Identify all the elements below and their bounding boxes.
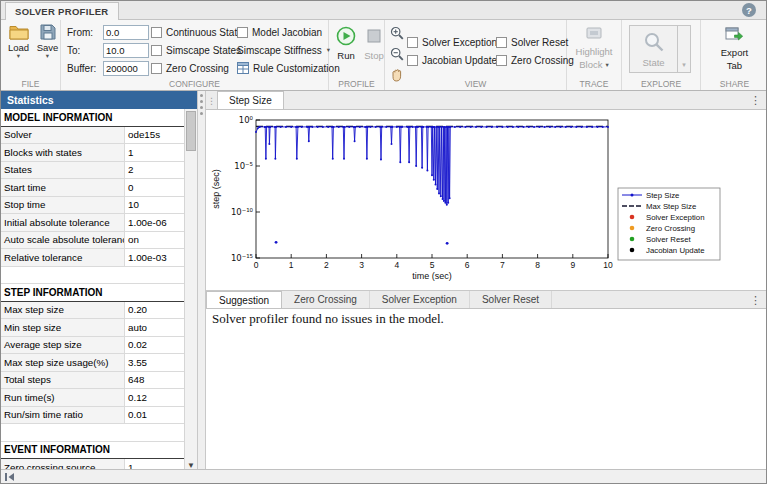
step-marker bbox=[269, 126, 271, 128]
save-button[interactable]: Save ▾ bbox=[35, 24, 60, 59]
stats-section-header: EVENT INFORMATION bbox=[1, 442, 184, 460]
step-marker bbox=[366, 158, 368, 160]
state-dropdown[interactable]: ▾ bbox=[677, 26, 690, 72]
step-marker bbox=[296, 158, 298, 160]
step-marker bbox=[257, 127, 259, 129]
step-marker bbox=[264, 126, 266, 128]
run-label: Run bbox=[337, 50, 354, 61]
checkbox-zero-crossing[interactable]: Zero Crossing bbox=[151, 59, 233, 77]
panel-menu-icon[interactable]: ⋮ bbox=[750, 294, 761, 307]
checkbox-continuous-states[interactable]: Continuous States bbox=[151, 23, 233, 41]
x-axis-label: time (sec) bbox=[412, 271, 452, 281]
highlight-block-label-line2: Block bbox=[579, 59, 602, 70]
stats-row: Blocks with states1 bbox=[1, 144, 184, 162]
panel-menu-icon[interactable]: ⋮ bbox=[750, 94, 761, 107]
stats-value: 1.00e-06 bbox=[125, 214, 184, 231]
step-marker bbox=[559, 126, 561, 128]
chevron-down-icon: ▾ bbox=[17, 53, 20, 59]
tab-zero-crossing[interactable]: Zero Crossing bbox=[282, 291, 370, 308]
checkbox-view-zero-crossing[interactable]: Zero Crossing bbox=[496, 51, 574, 69]
checkbox-label: Solver Exception bbox=[422, 37, 497, 48]
load-button[interactable]: Load ▾ bbox=[6, 24, 31, 59]
checkbox-label: Solver Reset bbox=[511, 37, 568, 48]
from-input[interactable] bbox=[103, 25, 149, 40]
stats-value: 1 bbox=[125, 144, 184, 161]
legend-dot-swatch bbox=[630, 237, 635, 242]
statistics-scrollbar[interactable]: ▼ bbox=[184, 109, 197, 471]
step-marker bbox=[575, 126, 577, 128]
buffer-input[interactable] bbox=[103, 61, 149, 76]
y-axis-label: step (sec) bbox=[211, 169, 221, 209]
stats-spacer-row bbox=[1, 424, 184, 442]
step-marker bbox=[408, 161, 410, 163]
status-dock-icon[interactable] bbox=[4, 468, 16, 484]
checkbox-model-jacobian[interactable]: Model Jacobian bbox=[237, 23, 340, 41]
step-marker bbox=[438, 126, 440, 128]
step-marker bbox=[435, 126, 437, 128]
step-marker bbox=[512, 126, 514, 128]
to-input[interactable] bbox=[103, 43, 149, 58]
stats-section-header: STEP INFORMATION bbox=[1, 284, 184, 302]
checkbox-box bbox=[407, 37, 418, 48]
tab-solver-profiler[interactable]: SOLVER PROFILER bbox=[5, 2, 119, 20]
step-marker bbox=[338, 126, 340, 128]
y-tick-label: 10⁰ bbox=[239, 115, 254, 125]
ribbon-section-profile: Run Stop PROFILE bbox=[329, 20, 385, 90]
save-icon bbox=[40, 24, 56, 42]
checkbox-solver-reset[interactable]: Solver Reset bbox=[496, 33, 574, 51]
step-marker bbox=[438, 193, 440, 195]
x-tick-label: 2 bbox=[324, 260, 329, 270]
run-button[interactable]: Run bbox=[336, 26, 356, 61]
stats-label: Initial absolute tolerance bbox=[1, 214, 125, 231]
stats-spacer-row bbox=[1, 267, 184, 285]
step-marker bbox=[421, 167, 423, 169]
zoom-out-icon[interactable] bbox=[390, 47, 404, 65]
step-marker bbox=[581, 126, 583, 128]
help-button[interactable]: ? bbox=[742, 3, 756, 17]
step-size-chart[interactable]: 10⁰10⁻⁵10⁻¹⁰10⁻¹⁵012345678910time (sec)s… bbox=[206, 110, 766, 290]
checkbox-jacobian-update[interactable]: Jacobian Update bbox=[407, 51, 496, 69]
from-label: From: bbox=[67, 27, 103, 38]
state-button[interactable]: State ▾ bbox=[629, 25, 691, 73]
stats-label: Relative tolerance bbox=[1, 249, 125, 266]
simscape-stiffness-dropdown[interactable]: Simscape Stiffness ▾ bbox=[237, 41, 340, 59]
panel-splitter[interactable] bbox=[198, 91, 206, 471]
highlight-block-button[interactable]: Highlight Block ▾ bbox=[576, 26, 613, 70]
legend-label: Solver Reset bbox=[646, 235, 691, 244]
stats-row: Max step size usage(%)3.55 bbox=[1, 354, 184, 372]
legend-label: Jacobian Update bbox=[646, 246, 705, 255]
checkbox-solver-exception[interactable]: Solver Exception bbox=[407, 33, 496, 51]
x-tick-label: 0 bbox=[254, 260, 259, 270]
tab-solver-exception[interactable]: Solver Exception bbox=[370, 291, 470, 308]
legend-label: Solver Exception bbox=[646, 213, 705, 222]
rule-customization-button[interactable]: Rule Customization bbox=[237, 59, 340, 77]
diagnostics-tabbar: Suggestion Zero Crossing Solver Exceptio… bbox=[206, 290, 766, 309]
legend-label: Step Size bbox=[646, 191, 679, 200]
step-marker bbox=[427, 126, 429, 128]
tab-step-size[interactable]: Step Size bbox=[217, 91, 284, 109]
tab-solver-reset[interactable]: Solver Reset bbox=[470, 291, 552, 308]
zoom-in-icon[interactable] bbox=[390, 26, 404, 44]
legend-label: Max Step Size bbox=[646, 202, 696, 211]
step-marker bbox=[348, 126, 350, 128]
step-marker bbox=[442, 198, 444, 200]
tab-suggestion[interactable]: Suggestion bbox=[206, 291, 282, 308]
time-range-fields: From: To: Buffer: bbox=[67, 23, 149, 77]
scrollbar-thumb[interactable] bbox=[186, 111, 196, 151]
step-marker bbox=[268, 143, 270, 145]
step-marker bbox=[317, 126, 319, 128]
x-tick-label: 8 bbox=[535, 260, 540, 270]
step-marker bbox=[565, 126, 567, 128]
step-marker bbox=[391, 126, 393, 128]
highlight-block-icon bbox=[585, 26, 603, 44]
step-size-chart-area[interactable]: 10⁰10⁻⁵10⁻¹⁰10⁻¹⁵012345678910time (sec)s… bbox=[206, 110, 766, 290]
stop-button[interactable]: Stop bbox=[364, 26, 384, 61]
stats-value: ode15s bbox=[125, 127, 184, 144]
export-tab-button[interactable]: Export Tab bbox=[721, 25, 748, 71]
step-marker bbox=[431, 174, 433, 176]
step-marker bbox=[533, 126, 535, 128]
checkbox-box bbox=[237, 27, 248, 38]
step-marker bbox=[440, 195, 442, 197]
simscape-stiffness-label: Simscape Stiffness bbox=[237, 45, 322, 56]
checkbox-simscape-states[interactable]: Simscape States bbox=[151, 41, 233, 59]
